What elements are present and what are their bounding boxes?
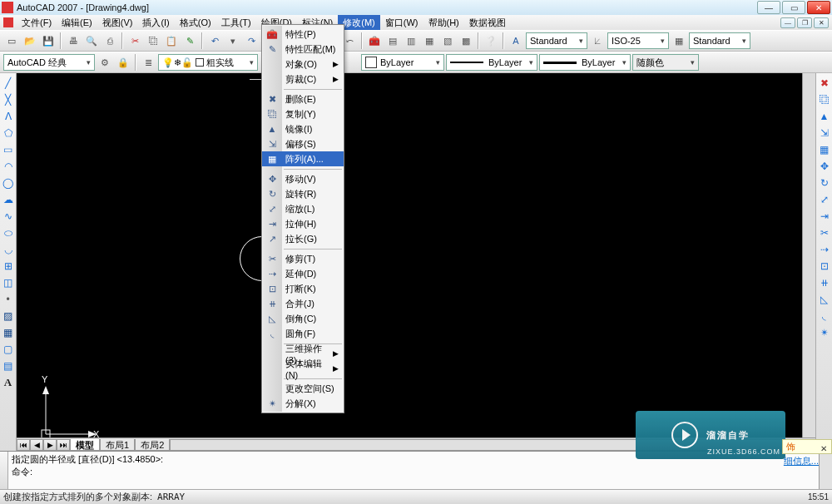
menu-10[interactable]: 帮助(H) <box>423 15 464 30</box>
menu-item-14[interactable]: ⇥拉伸(H) <box>262 216 344 231</box>
menu-3[interactable]: 插入(I) <box>137 15 174 30</box>
tab-layout1[interactable]: 布局1 <box>100 439 135 451</box>
menu-item-8[interactable]: ⇲偏移(S) <box>262 136 344 151</box>
menu-9[interactable]: 窗口(W) <box>380 15 423 30</box>
dimstyle-combo[interactable]: ISO-25▾ <box>607 32 669 49</box>
layer-manager-icon[interactable]: ≣ <box>140 54 156 71</box>
textstyle-combo[interactable]: Standard▾ <box>526 32 587 49</box>
preview-icon[interactable]: 🔍 <box>83 32 100 49</box>
minimize-button[interactable]: — <box>757 1 780 14</box>
menu-item-9[interactable]: ▦阵列(A)... <box>262 151 344 166</box>
trim-icon[interactable]: ✂ <box>818 226 831 240</box>
arc-icon[interactable]: ◠ <box>2 160 15 173</box>
redo-icon[interactable]: ↷ <box>243 32 260 49</box>
mdi-min-button[interactable]: — <box>780 17 795 28</box>
tab-last-button[interactable]: ⏭ <box>57 439 70 451</box>
cut-icon[interactable]: ✂ <box>126 32 143 49</box>
drawing-area[interactable]: Y X ⏮ ◀ ▶ ⏭ 模型 布局1 布局2 ◀ ▶ <box>17 73 815 451</box>
fillet-icon[interactable]: ◟ <box>818 309 831 323</box>
command-scrollbar[interactable] <box>819 452 832 489</box>
properties-icon[interactable]: 🧰 <box>366 32 383 49</box>
erase-icon[interactable]: ✖ <box>818 77 831 90</box>
polygon-icon[interactable]: ⬠ <box>2 126 15 140</box>
plotstyle-combo[interactable]: 随颜色▾ <box>632 54 699 71</box>
markup-icon[interactable]: ▧ <box>439 32 456 49</box>
menu-item-19[interactable]: ⊡打断(K) <box>262 281 344 296</box>
scale-icon[interactable]: ⤢ <box>818 193 831 206</box>
extend-icon[interactable]: ⇢ <box>818 243 831 256</box>
designcenter-icon[interactable]: ▤ <box>384 32 401 49</box>
gradient-icon[interactable]: ▦ <box>2 326 15 339</box>
rotate-icon[interactable]: ↻ <box>818 176 831 190</box>
v-scrollbar[interactable] <box>802 73 815 437</box>
insert-icon[interactable]: ⊞ <box>2 259 15 273</box>
menu-item-13[interactable]: ⤢缩放(L) <box>262 201 344 216</box>
menu-item-15[interactable]: ↗拉长(G) <box>262 231 344 246</box>
mirror-icon[interactable]: ▲ <box>818 110 831 123</box>
maximize-button[interactable]: ▭ <box>782 1 805 14</box>
details-link[interactable]: 细信息... <box>784 455 819 467</box>
move-icon[interactable]: ✥ <box>818 160 831 173</box>
print-icon[interactable]: 🖶 <box>65 32 82 49</box>
layer-combo[interactable]: 💡 ❄ 🔓 粗实线▾ <box>158 54 258 71</box>
sheetset-icon[interactable]: ▦ <box>421 32 438 49</box>
copy-icon[interactable]: ⿻ <box>145 32 161 49</box>
menu-item-17[interactable]: ✂修剪(T) <box>262 251 344 266</box>
mdi-restore-button[interactable]: ❐ <box>797 17 812 28</box>
undo-icon[interactable]: ↶ <box>206 32 223 49</box>
menu-item-11[interactable]: ✥移动(V) <box>262 171 344 186</box>
array-icon[interactable]: ▦ <box>818 143 831 156</box>
circle-icon[interactable]: ◯ <box>2 176 15 190</box>
command-grip[interactable] <box>0 452 8 489</box>
break-icon[interactable]: ⊡ <box>818 259 831 273</box>
menu-item-18[interactable]: ⇢延伸(D) <box>262 266 344 281</box>
tablestyle-icon[interactable]: ▦ <box>671 32 687 49</box>
tab-layout2[interactable]: 布局2 <box>135 439 170 451</box>
menu-item-12[interactable]: ↻旋转(R) <box>262 186 344 201</box>
save-icon[interactable]: 💾 <box>40 32 57 49</box>
tab-model[interactable]: 模型 <box>70 439 100 451</box>
hatch-icon[interactable]: ▨ <box>2 309 15 323</box>
point-icon[interactable]: • <box>2 293 15 306</box>
color-combo[interactable]: ByLayer▾ <box>361 54 444 71</box>
close-button[interactable]: ✕ <box>807 1 830 14</box>
textstyle-icon[interactable]: A <box>508 32 524 49</box>
balloon-close-icon[interactable]: ✕ <box>820 444 829 452</box>
menu-item-20[interactable]: ⧺合并(J) <box>262 296 344 311</box>
dimstyle-icon[interactable]: ⟀ <box>589 32 606 49</box>
join-icon[interactable]: ⧺ <box>818 276 831 289</box>
menu-item-25[interactable]: 实体编辑(N)▶ <box>262 361 344 376</box>
workspace-settings-icon[interactable]: ⚙ <box>97 54 113 71</box>
undo-dd-icon[interactable]: ▾ <box>225 32 241 49</box>
explode-icon[interactable]: ✴ <box>818 326 831 339</box>
menu-1[interactable]: 编辑(E) <box>57 15 97 30</box>
chamfer-icon[interactable]: ◺ <box>818 293 831 306</box>
revcloud-icon[interactable]: ☁ <box>2 193 15 206</box>
menu-item-3[interactable]: 剪裁(C)▶ <box>262 72 344 86</box>
tab-next-button[interactable]: ▶ <box>43 439 57 451</box>
tab-first-button[interactable]: ⏮ <box>17 439 30 451</box>
menu-item-27[interactable]: 更改空间(S) <box>262 381 344 396</box>
tab-prev-button[interactable]: ◀ <box>30 439 43 451</box>
paste-icon[interactable]: 📋 <box>163 32 180 49</box>
menu-item-22[interactable]: ◟圆角(F) <box>262 326 344 341</box>
table-icon[interactable]: ▤ <box>2 359 15 373</box>
block-icon[interactable]: ◫ <box>2 276 15 289</box>
menu-2[interactable]: 视图(V) <box>97 15 138 30</box>
mdi-close-button[interactable]: ✕ <box>814 17 829 28</box>
offset-icon[interactable]: ⇲ <box>818 126 831 140</box>
menu-11[interactable]: 数据视图 <box>464 15 511 30</box>
ellipsearc-icon[interactable]: ◡ <box>2 243 15 256</box>
tablestyle-combo[interactable]: Standard▾ <box>689 32 750 49</box>
open-icon[interactable]: 📂 <box>22 32 38 49</box>
publish-icon[interactable]: ⎙ <box>102 32 118 49</box>
toolpalettes-icon[interactable]: ▥ <box>403 32 419 49</box>
ellipse-icon[interactable]: ⬭ <box>2 226 15 240</box>
spline-icon[interactable]: ∿ <box>2 210 15 223</box>
menu-5[interactable]: 工具(T) <box>216 15 256 30</box>
help-icon[interactable]: ❔ <box>483 32 499 49</box>
linetype-combo[interactable]: ByLayer▾ <box>446 54 537 71</box>
lineweight-combo[interactable]: ByLayer▾ <box>539 54 631 71</box>
region-icon[interactable]: ▢ <box>2 343 15 356</box>
quickcalc-icon[interactable]: ▩ <box>458 32 474 49</box>
